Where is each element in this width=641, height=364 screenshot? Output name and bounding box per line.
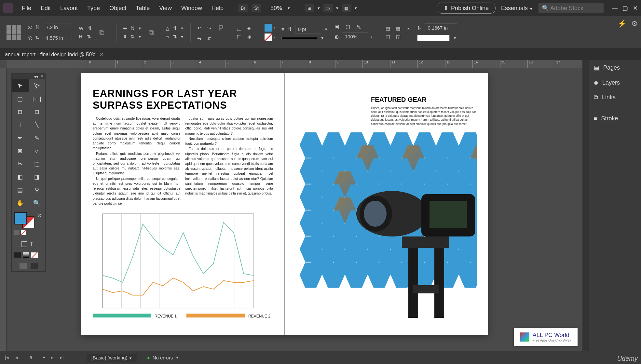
stroke-swatch[interactable] — [265, 34, 272, 41]
rectangle-frame-tool[interactable]: ⊠ — [12, 144, 29, 157]
note-tool[interactable]: ▤ — [12, 183, 29, 196]
flip-v-icon[interactable]: ⇵ — [207, 36, 211, 42]
menu-table[interactable]: Table — [132, 5, 154, 12]
stepper-icon[interactable]: ⇅ — [35, 24, 40, 30]
gradient-swatch-tool[interactable]: ◧ — [12, 170, 29, 183]
hand-tool[interactable]: ✋ — [12, 196, 29, 209]
fill-color-swatch[interactable] — [14, 212, 27, 224]
gradient-feather-tool[interactable]: ◨ — [29, 170, 46, 183]
screen-mode-icon[interactable]: ▭ — [323, 4, 333, 12]
fill-swatch[interactable] — [265, 24, 272, 32]
menu-object[interactable]: Object — [105, 5, 130, 12]
page-number-input[interactable] — [23, 355, 39, 360]
corner-icon[interactable]: ◱ — [386, 34, 390, 40]
close-tab-icon[interactable]: ✕ — [100, 51, 104, 58]
stepper-icon[interactable]: ⇅ — [130, 25, 135, 31]
chevron-down-icon[interactable]: ▼ — [317, 6, 320, 10]
vertical-ruler[interactable] — [0, 68, 7, 351]
stroke-weight-input[interactable] — [295, 25, 321, 34]
quick-apply-icon[interactable]: ⚡ — [618, 20, 626, 28]
close-panel-icon[interactable]: ✕ — [40, 74, 44, 79]
prev-page-icon[interactable]: ◂ — [14, 355, 20, 360]
stock-icon[interactable]: St — [252, 4, 261, 12]
workspace-select[interactable]: Essentials ▼ — [497, 5, 537, 12]
select-prev-icon[interactable]: ⬚ — [237, 34, 241, 40]
corner-radius-input[interactable] — [425, 23, 457, 32]
next-page-icon[interactable]: ▸ — [49, 355, 55, 360]
pen-tool[interactable]: ✒ — [12, 131, 29, 144]
apply-gradient-icon[interactable] — [23, 252, 29, 258]
menu-edit[interactable]: Edit — [37, 5, 55, 12]
line-tool[interactable]: ╲ — [29, 118, 46, 131]
document-canvas[interactable]: EARNINGS FOR LAST YEAR SURPASS EXPECTATI… — [81, 73, 488, 335]
minimize-icon[interactable]: — — [612, 5, 618, 12]
text-wrap-bound-icon[interactable]: ▦ — [396, 25, 401, 31]
menu-file[interactable]: File — [18, 5, 35, 12]
default-colors-icon[interactable] — [14, 230, 20, 235]
bridge-icon[interactable]: Br — [238, 4, 248, 12]
corner-icon-2[interactable]: ◲ — [396, 34, 401, 40]
collapse-icon[interactable]: ◂◂ — [34, 74, 38, 79]
close-icon[interactable]: ✕ — [633, 5, 638, 12]
gap-tool[interactable]: |↔| — [29, 92, 46, 105]
rotate-ccw-icon[interactable]: ↶ — [197, 25, 201, 31]
publish-button[interactable]: ⬆Publish Online — [437, 3, 496, 14]
frame-fit-icon[interactable]: ▢ — [346, 24, 350, 30]
stepper-icon[interactable]: ⇅ — [130, 34, 135, 40]
reference-point-grid[interactable] — [7, 25, 21, 40]
apply-none-icon[interactable] — [14, 252, 21, 258]
selection-tool[interactable] — [12, 79, 29, 92]
constrain-scale-icon[interactable]: ⧉ — [149, 28, 158, 36]
stepper-icon[interactable]: ⇅ — [417, 25, 421, 31]
content-placer-tool[interactable]: ⊡ — [29, 105, 46, 118]
text-wrap-shape-icon[interactable]: ⊡ — [406, 25, 411, 31]
layers-panel[interactable]: ◈Layers — [589, 75, 641, 90]
rotate-cw-icon[interactable]: ↷ — [207, 25, 211, 31]
direct-selection-tool[interactable] — [29, 79, 46, 92]
select-container-icon[interactable]: ⬚ — [237, 25, 241, 31]
type-tool[interactable]: T — [12, 118, 29, 131]
normal-view-icon[interactable] — [20, 263, 27, 269]
apply-color-icon[interactable] — [21, 241, 27, 247]
preview-mode-icon[interactable] — [31, 263, 38, 269]
links-panel[interactable]: ⧉Links — [589, 90, 641, 105]
pages-panel[interactable]: ▤Pages — [589, 60, 641, 75]
rotate-icon[interactable]: △ — [166, 25, 170, 31]
free-transform-tool[interactable]: ⬚ — [29, 157, 46, 170]
view-options-icon[interactable]: ⊞ — [305, 4, 314, 12]
stepper-icon[interactable]: ⇅ — [35, 35, 39, 41]
chevron-down-icon[interactable]: ▼ — [354, 6, 358, 10]
menu-window[interactable]: Window — [177, 5, 206, 12]
chevron-right-icon[interactable]: › — [371, 35, 373, 39]
stroke-style-select[interactable] — [281, 37, 317, 39]
select-content-icon[interactable]: ◈ — [247, 25, 251, 31]
scale-y-icon[interactable]: ⬍ — [123, 34, 127, 40]
chevron-right-icon[interactable]: › — [274, 26, 275, 30]
y-input[interactable] — [43, 34, 72, 42]
fx-icon[interactable]: fx. — [357, 24, 362, 30]
flip-h-icon[interactable]: ⇋ — [197, 36, 201, 42]
shear-icon[interactable]: ▱ — [166, 34, 170, 40]
last-page-icon[interactable]: ▸| — [58, 355, 65, 360]
pencil-tool[interactable]: ✎ — [29, 131, 46, 144]
stepper-icon[interactable]: ⇅ — [173, 34, 177, 40]
menu-type[interactable]: Type — [83, 5, 104, 12]
menu-help[interactable]: Help — [208, 5, 227, 12]
apply-none-icon-2[interactable] — [31, 252, 38, 258]
select-next-icon[interactable]: ◈ — [247, 34, 251, 40]
chevron-down-icon[interactable]: ▼ — [335, 6, 339, 10]
document-tab[interactable]: annual report - final design.indd @ 50%✕ — [5, 51, 104, 58]
constrain-icon[interactable]: ⧉ — [99, 28, 109, 36]
first-page-icon[interactable]: |◂ — [3, 355, 10, 360]
menu-view[interactable]: View — [155, 5, 176, 12]
chevron-right-icon[interactable]: › — [274, 35, 275, 39]
corner-shape-select[interactable] — [417, 35, 450, 41]
stepper-icon[interactable]: ⇅ — [88, 25, 92, 31]
auto-fit-icon[interactable]: ▣ — [334, 24, 339, 30]
apply-text-icon[interactable]: T — [30, 241, 36, 247]
horizontal-ruler[interactable]: 01234567891011121314151617 — [7, 60, 582, 68]
stroke-panel[interactable]: ≡Stroke — [589, 111, 641, 126]
opacity-input[interactable] — [342, 32, 368, 41]
stepper-icon[interactable]: ⇅ — [173, 25, 177, 31]
stepper-icon[interactable]: ⇅ — [87, 34, 91, 40]
